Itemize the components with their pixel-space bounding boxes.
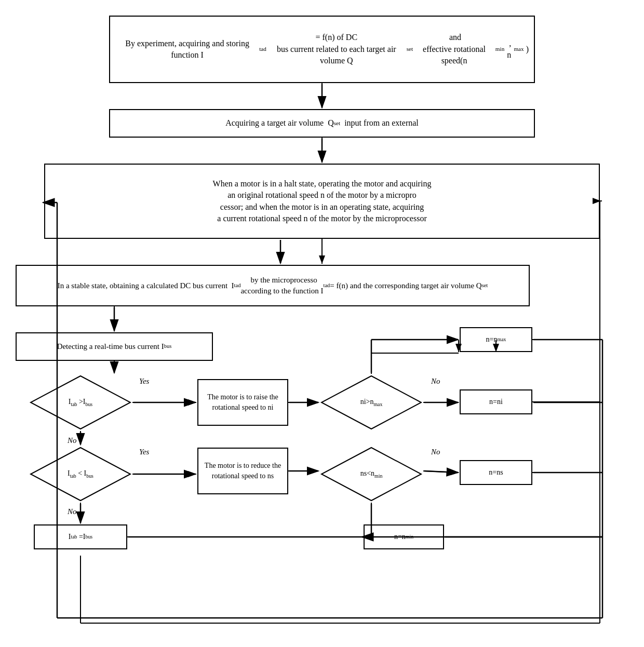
arrows2 <box>0 0 644 647</box>
diamond3: ni>nmax <box>319 374 423 431</box>
box-n-nmax: n=nmax <box>460 327 532 352</box>
label-yes1: Yes <box>139 377 149 386</box>
diamond4: ns<nmin <box>319 446 423 503</box>
box1: By experiment, acquiring and storing fun… <box>109 16 535 83</box>
diamond2: Itab < Ibus <box>29 446 132 503</box>
box-n-ns: n=ns <box>460 460 532 485</box>
flowchart: By experiment, acquiring and storing fun… <box>0 0 644 647</box>
label-no3: No <box>431 377 440 386</box>
label-yes2: Yes <box>139 448 149 456</box>
svg-line-18 <box>423 471 459 473</box>
arrows <box>0 0 644 647</box>
box5: Detecting a real-time bus current Ibus <box>16 332 213 361</box>
box-raise: The motor is to raise the rotational spe… <box>197 379 288 426</box>
diamond1: Itab >Ibus <box>29 374 132 431</box>
box-n-ni: n=ni <box>460 389 532 414</box>
label-no1: No <box>68 436 77 445</box>
box-itab-eq: Itab =Ibus <box>34 524 127 549</box>
label-no2: No <box>68 507 77 516</box>
box4: In a stable state, obtaining a calculate… <box>16 265 530 306</box>
box-reduce: The motor is to reduce the rotational sp… <box>197 448 288 494</box>
box2: Acquiring a target air volume Qset input… <box>109 109 535 138</box>
svg-line-52 <box>424 471 458 473</box>
box3: When a motor is in a halt state, operati… <box>44 164 600 239</box>
box-n-nmin: n=nmin <box>364 524 444 549</box>
label-no4: No <box>431 448 440 456</box>
